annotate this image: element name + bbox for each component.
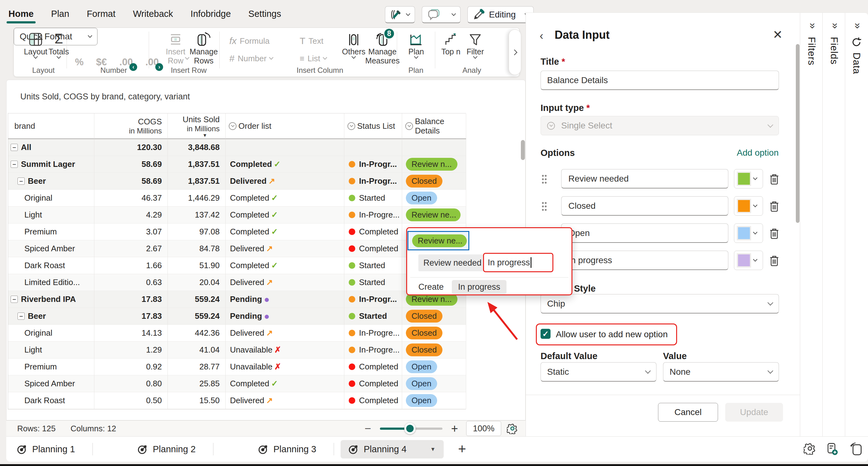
cogs-cell[interactable]: 0.80 [94, 375, 168, 392]
units-sold-cell[interactable]: 84.78 [168, 240, 226, 257]
status-list-cell[interactable] [344, 139, 402, 156]
order-list-cell[interactable]: Completed✓ [226, 190, 344, 207]
balance-details-cell[interactable]: Closed [402, 173, 466, 190]
column-header-status-list[interactable]: Status List [344, 114, 402, 139]
order-list-cell[interactable]: Pending● [226, 308, 344, 325]
balance-details-cell[interactable]: Closed [402, 325, 466, 342]
option-color-select[interactable] [734, 223, 763, 243]
row-label-cell[interactable]: Original [8, 325, 94, 342]
units-sold-cell[interactable]: 559.24 [168, 291, 226, 308]
sheet-tab-active[interactable]: Planning 4▼ [341, 440, 444, 459]
column-header-units-sold[interactable]: Units Soldin Millions▼ [168, 114, 226, 139]
settings-gear-icon[interactable] [804, 442, 816, 455]
insert-number-button[interactable]: # Number [229, 52, 273, 65]
cogs-cell[interactable]: 58.69 [94, 156, 168, 173]
row-label-cell[interactable]: Spiced Amber [8, 240, 94, 257]
row-label-cell[interactable]: Dark Roast [8, 257, 94, 274]
totals-button[interactable]: Σ Totals [44, 32, 74, 66]
status-list-cell[interactable]: In-Progr... [344, 291, 402, 308]
order-list-cell[interactable]: Delivered↗ [226, 173, 344, 190]
drag-handle-icon[interactable] [541, 201, 547, 211]
status-list-cell[interactable]: In-Progr... [344, 173, 402, 190]
collapse-panel-icon[interactable]: « [805, 23, 817, 29]
balance-details-cell[interactable] [402, 139, 466, 156]
units-sold-cell[interactable]: 41.04 [168, 342, 226, 359]
ribbon-scroll-right-button[interactable] [509, 29, 521, 75]
writeback-pen-button[interactable] [385, 6, 415, 23]
insert-formula-button[interactable]: fx Formula [229, 35, 270, 47]
zoom-in-button[interactable]: + [451, 422, 458, 435]
back-icon[interactable]: ‹ [539, 29, 544, 42]
menu-item-infobridge[interactable]: Infobridge [190, 7, 231, 21]
zoom-out-button[interactable]: − [365, 422, 371, 435]
title-field[interactable]: Balance Details [540, 71, 779, 90]
balance-details-cell[interactable]: Open [402, 359, 466, 375]
collapse-panel-icon[interactable]: « [828, 23, 840, 29]
collapse-icon[interactable]: − [18, 313, 25, 320]
option-text-field[interactable]: Review needed [561, 169, 728, 188]
units-sold-cell[interactable]: 51.90 [168, 257, 226, 274]
order-list-cell[interactable]: Delivered↗ [226, 240, 344, 257]
status-list-cell[interactable]: Completed [344, 375, 402, 392]
status-list-cell[interactable]: Started [344, 190, 402, 207]
rail-tab-filters[interactable]: «Filters [800, 13, 823, 436]
order-list-cell[interactable]: Completed✓ [226, 156, 344, 173]
order-list-cell[interactable]: Unavailable✗ [226, 342, 344, 359]
order-list-cell[interactable]: Completed✓ [226, 375, 344, 392]
status-list-cell[interactable]: Completed [344, 240, 402, 257]
cogs-cell[interactable]: 0.63 [94, 274, 168, 291]
rail-tab-data[interactable]: «Data [845, 13, 867, 436]
selected-cell[interactable]: Review ne... [407, 231, 469, 250]
units-sold-cell[interactable]: 20.04 [168, 274, 226, 291]
cogs-cell[interactable]: 17.83 [94, 291, 168, 308]
order-list-cell[interactable]: Completed✓ [226, 223, 344, 240]
row-label-cell[interactable]: −Summit Lager [8, 156, 94, 173]
row-label-cell[interactable]: −Riverbend IPA [8, 291, 94, 308]
collapse-icon[interactable]: − [11, 161, 18, 168]
column-header-brand[interactable]: brand [8, 114, 94, 139]
order-list-cell[interactable]: Delivered↗ [226, 392, 344, 409]
cogs-cell[interactable]: 14.13 [94, 325, 168, 342]
add-option-link[interactable]: Add option [737, 148, 779, 158]
order-list-cell[interactable]: Delivered↗ [226, 274, 344, 291]
input-type-select[interactable]: Single Select [540, 116, 779, 135]
units-sold-cell[interactable]: 25.85 [168, 375, 226, 392]
cogs-cell[interactable]: 0.92 [94, 359, 168, 375]
row-label-cell[interactable]: Light [8, 207, 94, 223]
order-list-cell[interactable]: Completed✓ [226, 207, 344, 223]
balance-details-cell[interactable]: Closed [402, 342, 466, 359]
units-sold-cell[interactable]: 15.50 [168, 392, 226, 409]
status-list-cell[interactable]: Started [344, 308, 402, 325]
cogs-cell[interactable]: 4.29 [94, 207, 168, 223]
menu-item-settings[interactable]: Settings [248, 7, 282, 21]
increase-decimal-icon[interactable]: .00› [145, 57, 159, 68]
zoom-slider[interactable] [380, 428, 442, 430]
collapse-icon[interactable]: − [18, 178, 25, 185]
refresh-icon[interactable] [851, 37, 862, 48]
row-label-cell[interactable]: Spiced Amber [8, 375, 94, 392]
option-color-select[interactable] [734, 169, 763, 188]
balance-details-cell[interactable]: Open [402, 392, 466, 409]
option-text-field[interactable]: Closed [561, 196, 728, 216]
style-select[interactable]: Chip [540, 294, 779, 313]
insert-row-button[interactable]: Insert Row [161, 32, 191, 66]
status-list-cell[interactable]: In-Progre... [344, 207, 402, 223]
manage-rows-button[interactable]: Manage Rows [189, 32, 219, 66]
row-label-cell[interactable]: −Beer [8, 308, 94, 325]
option-text-field[interactable]: In progress [561, 251, 728, 270]
status-list-cell[interactable]: Started [344, 257, 402, 274]
cogs-cell[interactable]: 46.37 [94, 190, 168, 207]
units-sold-cell[interactable]: 3,848.68 [168, 139, 226, 156]
column-header-balance-details[interactable]: Balance Details [402, 114, 466, 139]
table-vertical-scrollbar[interactable] [521, 140, 525, 160]
menu-item-home[interactable]: Home [8, 7, 34, 21]
cogs-cell[interactable]: 1.29 [94, 342, 168, 359]
delete-option-icon[interactable] [769, 228, 780, 240]
status-list-cell[interactable]: In-Progre... [344, 342, 402, 359]
create-option-chip[interactable]: In progress [452, 280, 506, 294]
zoom-slider-thumb[interactable] [404, 423, 415, 434]
units-sold-cell[interactable]: 1,446.29 [168, 190, 226, 207]
row-label-cell[interactable]: Light [8, 342, 94, 359]
sheet-tab[interactable]: Planning 1 [6, 437, 75, 462]
manage-measures-button[interactable]: 8 Manage Measures [365, 32, 400, 66]
